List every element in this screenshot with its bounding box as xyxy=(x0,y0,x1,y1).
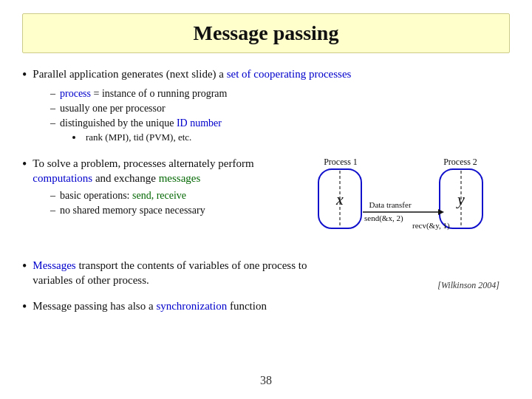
slide: Message passing • Parallel application g… xyxy=(0,0,532,399)
bullet4-dot: • xyxy=(22,299,27,316)
bullet1-link: set of cooperating processes xyxy=(227,68,352,80)
process1-label: Process 1 xyxy=(324,157,358,167)
bullet2-sub1: – basic operations: send, receive xyxy=(50,188,284,203)
bullet2-sublist: – basic operations: send, receive – no s… xyxy=(22,188,284,217)
synchronization-term: synchronization xyxy=(156,300,227,312)
recv-label: recv(&y, 1) xyxy=(412,221,450,231)
computations-term: computations xyxy=(33,172,92,184)
bullet1-sublist: – process = instance of o running progra… xyxy=(22,86,510,143)
sub-sub-list: rank (MPI), tid (PVM), etc. xyxy=(50,131,510,144)
bullet1-section: • Parallel application generates (next s… xyxy=(22,66,510,146)
content-area: • Parallel application generates (next s… xyxy=(22,66,510,369)
bullet4-text: Message passing has also a synchronizati… xyxy=(33,299,267,313)
bullet2-sub2: – no shared memory space necessary xyxy=(50,203,284,218)
sub-sub-item: rank (MPI), tid (PVM), etc. xyxy=(72,131,510,144)
bullet3-dot: • xyxy=(22,258,27,275)
bullet2-diagram-row: • To solve a problem, processes alternat… xyxy=(22,156,510,250)
citation-text: [Wilkinson 2004] xyxy=(437,280,499,291)
process-term: process xyxy=(60,88,91,99)
diagram-area: Process 1 Process 2 x y s xyxy=(292,154,510,250)
bullet3-main: • Messages transport the contents of var… xyxy=(22,258,310,288)
citation-area: [Wilkinson 2004] xyxy=(310,258,510,291)
process2-label: Process 2 xyxy=(443,157,477,167)
message-passing-diagram: Process 1 Process 2 x y s xyxy=(313,154,490,250)
bullet2-dot: • xyxy=(22,156,27,173)
slide-title: Message passing xyxy=(38,21,494,45)
data-transfer-label: Data transfer xyxy=(369,200,411,209)
sub-item-3: – distinguished by the unique ID number xyxy=(50,116,510,131)
bullet4-main: • Message passing has also a synchroniza… xyxy=(22,299,510,316)
title-box: Message passing xyxy=(22,13,510,53)
page-number: 38 xyxy=(22,374,510,387)
transfer-arrow-head xyxy=(438,209,444,215)
messages-term2: Messages xyxy=(33,259,75,271)
process1-var: x xyxy=(335,190,344,208)
sub-item-1: – process = instance of o running progra… xyxy=(50,86,510,101)
id-number-term: ID number xyxy=(177,117,222,129)
sub-item-2: – usually one per processor xyxy=(50,101,510,116)
bullet1-text: Parallel application generates (next sli… xyxy=(33,66,351,81)
send-label: send(&x, 2) xyxy=(364,214,403,223)
bullet2-left: • To solve a problem, processes alternat… xyxy=(22,156,284,219)
send-receive-term: send, receive xyxy=(132,190,186,201)
bullet1-main: • Parallel application generates (next s… xyxy=(22,66,510,83)
bullet1-dot: • xyxy=(22,66,27,83)
bullet3-left: • Messages transport the contents of var… xyxy=(22,258,310,291)
bullet3-text: Messages transport the contents of varia… xyxy=(33,258,310,288)
no-shared-memory: no shared memory space necessary xyxy=(60,203,205,218)
process2-var: y xyxy=(456,190,465,208)
bullet3-citation-row: • Messages transport the contents of var… xyxy=(22,258,510,291)
bullet2-text: To solve a problem, processes alternatel… xyxy=(33,156,284,186)
messages-term: messages xyxy=(159,172,201,184)
bullet2-main: • To solve a problem, processes alternat… xyxy=(22,156,284,186)
